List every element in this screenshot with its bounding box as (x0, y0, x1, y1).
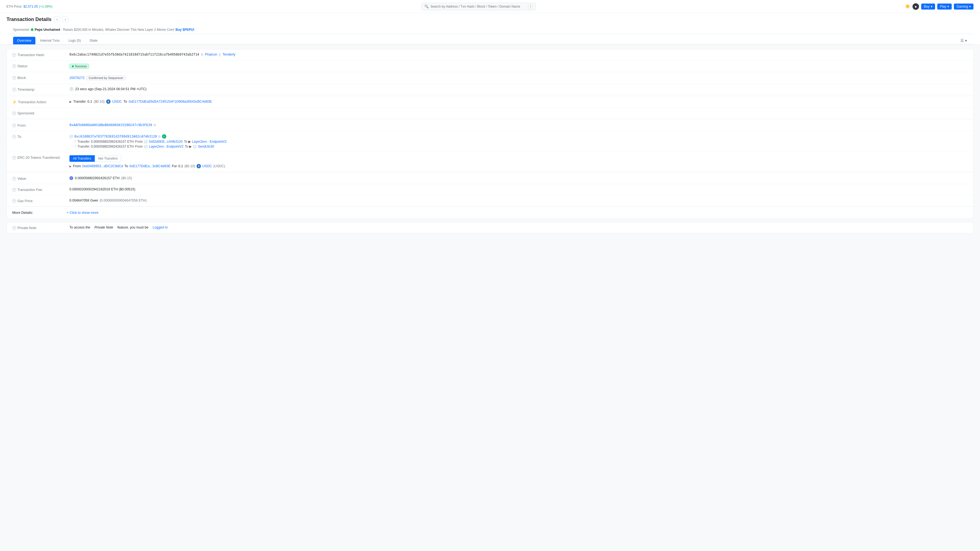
token-from-link[interactable]: 0xb0468953...dDC2C9dCd (82, 164, 123, 168)
value-info-icon[interactable]: ? (12, 177, 16, 181)
next-arrow[interactable]: › (63, 16, 68, 22)
sponsored-label: Sponsored: (13, 28, 30, 32)
dark-mode-icon[interactable]: ● (913, 3, 919, 10)
search-icon: 🔍 (425, 4, 429, 8)
tabs-right: ☰ ▾ (960, 38, 967, 43)
gas-price-info-icon[interactable]: ? (12, 199, 16, 203)
timestamp-label: ? Timestamp: (12, 87, 67, 91)
logged-in-link[interactable]: Logged In (153, 226, 168, 229)
tx-hash-text: 0x6c2abac1749821d7e55fb38da7421810d715ab… (69, 53, 199, 56)
sponsored-name: Pepe Unchained (35, 28, 60, 32)
search-bar[interactable]: 🔍 / (422, 3, 536, 10)
to-info-icon[interactable]: ? (12, 135, 16, 139)
from-info-icon[interactable]: ? (12, 124, 16, 127)
copy-to-icon[interactable]: ⧉ (158, 135, 161, 139)
eth-price-label: ETH Price: (6, 5, 22, 8)
status-label: ? Status: (12, 64, 67, 68)
to-address-row: 📄 0xc62d083faf83f783E01d3f89d913A02cAf4b… (69, 134, 166, 139)
page-content: ? Transaction Hash: 0x6c2abac1749821d7e5… (0, 45, 980, 238)
sponsored-row: ? Sponsored: (7, 108, 973, 119)
tx-fee-value: 0.00000200002942182019 ETH ($0.00515) (69, 187, 968, 191)
status-value: Success (69, 64, 968, 68)
tx-fee-row: ? Transaction Fee: 0.0000020000294218201… (7, 184, 973, 195)
more-details-link[interactable]: + Click to show more (67, 211, 98, 215)
sponsored-dot (31, 28, 33, 31)
block-number-link[interactable]: 20076272 (69, 76, 85, 80)
buy-button[interactable]: Buy ▾ (921, 3, 935, 10)
more-details-label: More Details: (12, 210, 67, 215)
transfer-2-from-link[interactable]: LayerZero : EndpointV2 (149, 145, 183, 148)
timestamp-info-icon[interactable]: ? (12, 88, 16, 91)
bolt-icon: ⚡ (12, 100, 17, 104)
sponsored-info-icon[interactable]: ? (12, 111, 16, 115)
to-address-link[interactable]: 0xc62d083faf83f783E01d3f89d913A02cAf4b31… (74, 135, 157, 139)
gas-price-label: ? Gas Price: (12, 199, 67, 203)
sponsored-banner: Sponsored: Pepe Unchained : Raises $200,… (6, 25, 974, 34)
tenderly-link[interactable]: Tenderly (223, 53, 235, 56)
transfer-1-from-link[interactable]: 0x62d083f...cAf4b3120 (149, 140, 182, 143)
nav-right: ☀️ ● Buy ▾ Play ▾ Gaming ▾ (905, 3, 974, 10)
private-note-row: ? Private Note: To access the Private No… (6, 222, 974, 233)
from-address-link[interactable]: 0xAAFb9A06bA0818BeB046069433206C67c9b3F6… (69, 123, 152, 127)
prev-arrow[interactable]: ‹ (54, 16, 60, 22)
usdc-token-link[interactable]: USDC (112, 100, 122, 104)
tx-fee-label: ? Transaction Fee: (12, 187, 67, 192)
status-info-icon[interactable]: ? (12, 64, 16, 68)
tx-hash-info-icon[interactable]: ? (12, 53, 16, 57)
gaming-button[interactable]: Gaming ▾ (954, 3, 974, 10)
private-note-middle: Private Note (94, 226, 113, 229)
erc20-info-icon[interactable]: ? (12, 156, 16, 159)
transfer-1-to-link[interactable]: LayerZero : EndpointV2 (192, 140, 227, 143)
play-button[interactable]: Play ▾ (937, 3, 952, 10)
triangle-icon: ▶ (69, 100, 72, 104)
sponsored-link[interactable]: Buy $PEPU! (176, 28, 194, 32)
usdc-symbol-link[interactable]: USDC (202, 164, 212, 168)
tab-overview[interactable]: Overview (13, 37, 35, 45)
token-tab-group: All Transfers Net Transfers (69, 155, 121, 162)
link-divider: | (220, 53, 220, 56)
tab-state[interactable]: State (86, 37, 102, 45)
slash-key[interactable]: / (528, 4, 533, 9)
copy-hash-icon[interactable]: ⧉ (201, 53, 204, 56)
more-details-row: More Details: + Click to show more (7, 207, 973, 218)
from-label: ? From: (12, 123, 67, 127)
erc20-label: ? ERC-20 Tokens Transferred: (12, 155, 67, 159)
status-badge: Success (69, 64, 89, 68)
sun-icon[interactable]: ☀️ (905, 4, 910, 9)
transfer-2-to-link[interactable]: SendUln30 (198, 145, 214, 148)
tx-action-value: ▶ Transfer 0.1 ($0.10) $ USDC To 0xE177D… (69, 99, 968, 104)
block-row: ? Block: 20076272 Confirmed by Sequencer (7, 72, 973, 84)
phalcon-link[interactable]: Phalcon (205, 53, 217, 56)
gas-price-value: 0.004647058 Gwei (0.000000000004647058 E… (69, 199, 968, 202)
token-to-link[interactable]: 0xE177DdEa...3cBC4d93E (129, 164, 170, 168)
list-icon[interactable]: ☰ ▾ (960, 38, 967, 43)
tab-internal-txns[interactable]: Internal Txns (36, 37, 64, 45)
private-note-label: ? Private Note: (12, 226, 67, 230)
block-info-icon[interactable]: ? (12, 76, 16, 80)
from-text: From (73, 164, 81, 168)
copy-from-icon[interactable]: ⧉ (154, 123, 156, 127)
private-note-info-icon[interactable]: ? (12, 226, 16, 230)
value-label: ? Value: (12, 176, 67, 181)
private-note-value: To access the Private Note feature, you … (69, 226, 968, 229)
tx-fee-info-icon[interactable]: ? (12, 188, 16, 192)
usdc-icon-action: $ (106, 99, 111, 104)
eth-price-value: $2,571.05 (24, 5, 38, 8)
search-input[interactable] (430, 5, 527, 8)
triangle-icon-token: ▶ (69, 165, 72, 168)
erc20-value: All Transfers Net Transfers ▶ From 0xb04… (69, 155, 968, 168)
tx-action-row: ⚡ Transaction Action: ▶ Transfer 0.1 ($0… (7, 96, 973, 108)
net-transfers-tab[interactable]: Net Transfers (95, 155, 121, 162)
block-value: 20076272 Confirmed by Sequencer (69, 75, 968, 80)
tab-logs[interactable]: Logs (5) (64, 37, 85, 45)
action-to-address[interactable]: 0xE177DdEa55d5A724515AF1D909a36543cBC4d9… (129, 100, 212, 104)
page-title: Transaction Details (6, 17, 51, 22)
value-row: ? Value: Ξ 0.000058802992426157 ETH ($0.… (7, 173, 973, 184)
tx-hash-value: 0x6c2abac1749821d7e55fb38da7421810d715ab… (69, 53, 968, 56)
transfer-prefix-2: └ (74, 145, 76, 148)
timestamp-value: 🕐 23 secs ago (Sep-21-2024 06:04:51 PM +… (69, 87, 968, 91)
usdc-icon-transfer: $ (197, 164, 201, 168)
transfer-1: └ Transfer 0.000058802992426157 ETH From… (69, 140, 968, 143)
all-transfers-tab[interactable]: All Transfers (69, 155, 95, 162)
token-transfer-row: ▶ From 0xb0468953...dDC2C9dCd To 0xE177D… (69, 164, 225, 168)
